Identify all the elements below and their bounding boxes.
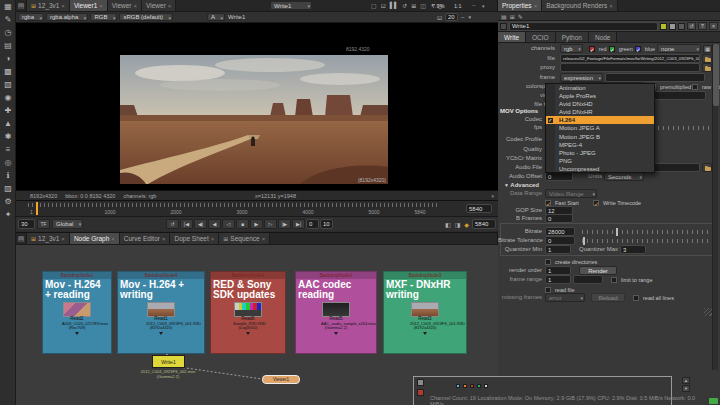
- mask-channel-dropdown[interactable]: none: [657, 44, 701, 53]
- read-node-thumbnail[interactable]: [147, 302, 175, 317]
- data-range-dropdown[interactable]: Video Range: [545, 189, 597, 198]
- particles-tool-icon[interactable]: ✱: [0, 130, 16, 143]
- refresh-icon[interactable]: ↺: [401, 2, 408, 9]
- file-browse-folder-icon[interactable]: [702, 54, 712, 63]
- scroll-down-button[interactable]: ▼: [682, 385, 690, 392]
- proxy-path-field[interactable]: [560, 63, 700, 72]
- tab-dope-sheet[interactable]: Dope Sheet ×: [170, 233, 219, 244]
- frame-increment-field[interactable]: 10: [320, 219, 333, 229]
- timeline-end-field[interactable]: 5840: [466, 204, 492, 213]
- backdrop-header[interactable]: BackdropNode3: [384, 272, 466, 279]
- close-tab-icon[interactable]: ×: [61, 3, 65, 9]
- raw-data-checkbox[interactable]: [692, 84, 698, 90]
- tab-viewer-3[interactable]: Viewer ×: [142, 0, 176, 11]
- guides-icon[interactable]: ⊞: [410, 2, 417, 9]
- minimize-icon[interactable]: –: [472, 2, 475, 8]
- range-end-field[interactable]: 5840: [472, 219, 496, 229]
- close-tab-icon[interactable]: ×: [134, 3, 138, 9]
- audio-offset-field[interactable]: 0: [545, 172, 573, 181]
- frame-mode-dropdown[interactable]: expression: [560, 73, 603, 82]
- timeline-ruler[interactable]: [28, 203, 440, 207]
- timeline[interactable]: 1 1000 2000 3000 4000 5000 5840 5840: [16, 200, 498, 216]
- close-tab-icon[interactable]: ×: [609, 3, 613, 9]
- menu-item-avid-dnxhd[interactable]: Avid DNxHD: [546, 100, 654, 108]
- channel-tool-icon[interactable]: ▤: [0, 39, 16, 52]
- window-stop-button[interactable]: [417, 389, 424, 396]
- read-file-checkbox[interactable]: [545, 287, 551, 293]
- channel-swatch-icon[interactable]: [660, 23, 667, 30]
- extra-swatch-icon[interactable]: [678, 23, 685, 30]
- play-backward-button[interactable]: ◁: [222, 219, 235, 229]
- 3d-tool-icon[interactable]: ▲: [0, 117, 16, 130]
- edit-icon[interactable]: ✎: [518, 13, 523, 20]
- audio-file-folder-icon[interactable]: [702, 163, 712, 172]
- range-mode-dropdown[interactable]: Global: [52, 219, 83, 229]
- bitrate-tolerance-slider[interactable]: [582, 239, 710, 243]
- proxy-browse-folder-icon[interactable]: [702, 63, 712, 72]
- missing-frames-dropdown[interactable]: error: [545, 293, 585, 302]
- downrez-icon[interactable]: ⊡: [436, 14, 443, 21]
- menu-item-mpeg4[interactable]: MPEG-4: [546, 141, 654, 149]
- bitrate-field[interactable]: 28000: [545, 227, 575, 236]
- backdrop-mov-h264-reading[interactable]: BackdropNode1 Mov - H.264 + reading Read…: [42, 271, 112, 354]
- read-node[interactable]: Read3 2012_C003_0923FS_001.R3D (8192x432…: [410, 302, 440, 335]
- other-tool-icon[interactable]: ⚙: [0, 195, 16, 208]
- scroll-up-button[interactable]: ▲: [682, 377, 690, 384]
- tab-node[interactable]: Node: [589, 32, 618, 42]
- prev-frame-button[interactable]: ◀: [208, 219, 221, 229]
- backdrop-header[interactable]: BackdropNode2: [296, 272, 376, 279]
- red-channel-checkbox[interactable]: [589, 46, 595, 52]
- proxy-toggle-icon[interactable]: ⊡: [380, 2, 387, 9]
- layer-dropdown[interactable]: rgba: [18, 13, 44, 21]
- range-last-icon[interactable]: ◨: [454, 221, 462, 228]
- proxy-scale[interactable]: 1:1: [454, 3, 462, 9]
- backdrop-header[interactable]: BackdropNode4: [118, 272, 204, 279]
- channels-layer-dropdown[interactable]: rgb: [560, 44, 583, 53]
- mov-options-header[interactable]: MOV Options: [500, 108, 538, 114]
- render-order-field[interactable]: 1: [545, 266, 571, 275]
- next-frame-button[interactable]: ▷: [264, 219, 277, 229]
- tab-curve-editor[interactable]: Curve Editor ×: [120, 233, 171, 244]
- green-channel-checkbox[interactable]: [609, 46, 615, 52]
- viewer-caret-icon[interactable]: ▾: [467, 14, 472, 20]
- read-node[interactable]: Read6 Sample_R3D.R3D (Log3G10): [233, 302, 263, 335]
- manage-panels-icon[interactable]: ⊞: [510, 13, 515, 20]
- alpha-dropdown[interactable]: rgba.alpha: [46, 13, 88, 21]
- window-gray-button[interactable]: [417, 379, 424, 386]
- read-node[interactable]: Read2 A003_C020_0217EV.mov (Rec709): [62, 302, 92, 335]
- revert-button[interactable]: ↺: [687, 22, 696, 30]
- fps-field[interactable]: 30: [18, 219, 35, 229]
- channel-matrix-button[interactable]: ▦: [703, 45, 712, 53]
- menu-item-png[interactable]: PNG: [546, 157, 654, 165]
- panel-resize-grip[interactable]: [704, 308, 712, 316]
- pane-caret-icon[interactable]: ▾: [482, 3, 485, 9]
- read-node[interactable]: Read1 2012_C003_0923FS_001.R3D (8192x432…: [146, 302, 176, 335]
- range-first-icon[interactable]: ◧: [444, 221, 452, 228]
- close-tab-icon[interactable]: ×: [99, 3, 103, 9]
- node-name-field[interactable]: Write1: [509, 22, 658, 31]
- play-forward-button[interactable]: ▶: [250, 219, 263, 229]
- close-tab-icon[interactable]: ×: [162, 236, 166, 242]
- create-directories-checkbox[interactable]: [545, 259, 551, 265]
- postage-swatch-icon[interactable]: [669, 23, 676, 30]
- wipe-icon[interactable]: ◫: [419, 2, 427, 9]
- frame-expression-field[interactable]: [605, 73, 705, 82]
- units-dropdown[interactable]: Seconds: [604, 172, 644, 181]
- write1-node[interactable]: Write1: [152, 355, 185, 368]
- backdrop-header[interactable]: BackdropNode1: [43, 272, 111, 279]
- stop-button[interactable]: ■: [236, 219, 249, 229]
- tab-write[interactable]: Write: [498, 32, 526, 42]
- close-tab-icon[interactable]: ×: [262, 236, 266, 242]
- menu-item-animation[interactable]: Animation: [546, 84, 654, 92]
- current-frame-field[interactable]: 0: [306, 219, 319, 229]
- info-caret-icon[interactable]: ▾: [491, 193, 494, 199]
- transform-tool-icon[interactable]: ✚: [0, 104, 16, 117]
- loop-mode-button[interactable]: ↺: [166, 219, 179, 229]
- tab-python[interactable]: Python: [556, 32, 589, 42]
- read-node-thumbnail[interactable]: [411, 302, 439, 317]
- draw-tool-icon[interactable]: ✎: [0, 13, 16, 26]
- pane-menu-icon[interactable]: ▤: [16, 0, 27, 11]
- read-node-thumbnail[interactable]: [234, 302, 262, 317]
- limit-to-range-checkbox[interactable]: [611, 277, 617, 283]
- advanced-header[interactable]: ▼ Advanced: [504, 182, 539, 188]
